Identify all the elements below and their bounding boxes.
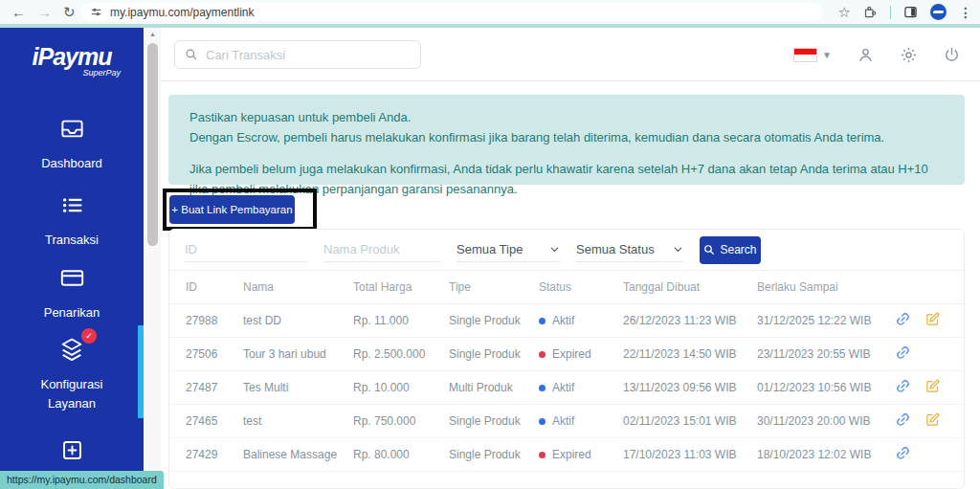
sidebar-item-label: Dashboard bbox=[0, 154, 144, 173]
escrow-info-banner: Pastikan kepuasan untuk pembeli Anda. De… bbox=[168, 95, 965, 185]
filter-id-input[interactable] bbox=[185, 237, 307, 262]
cell-dibuat: 26/12/2023 11:23 WIB bbox=[623, 303, 757, 337]
col-header-berlaku-sampai: Berlaku Sampai bbox=[757, 271, 896, 303]
search-input[interactable] bbox=[206, 48, 397, 62]
power-icon[interactable] bbox=[943, 46, 961, 64]
status-dot bbox=[539, 351, 546, 358]
edit-icon[interactable] bbox=[925, 379, 940, 396]
col-header-tipe: Tipe bbox=[449, 271, 539, 303]
language-selector[interactable]: ▼ bbox=[793, 48, 832, 62]
cell-id: 27429 bbox=[169, 437, 243, 471]
table-row: 27465 test Rp. 750.000 Single Produk Akt… bbox=[169, 404, 964, 437]
copy-link-icon[interactable] bbox=[896, 412, 910, 430]
transaction-search[interactable] bbox=[174, 40, 421, 69]
browser-profile-avatar[interactable] bbox=[930, 4, 947, 20]
site-settings-icon[interactable] bbox=[90, 6, 102, 18]
status-select-value: Semua Status bbox=[576, 242, 655, 256]
cell-nama: Balinese Massage bbox=[243, 437, 353, 471]
scroll-up-icon[interactable]: ▲ bbox=[145, 28, 161, 41]
cell-dibuat: 22/11/2023 14:50 WIB bbox=[623, 337, 757, 370]
table-row: 27429 Balinese Massage Rp. 80.000 Single… bbox=[169, 437, 964, 471]
search-icon bbox=[185, 48, 198, 61]
table-row: 27506 Tour 3 hari ubud Rp. 2.500.000 Sin… bbox=[169, 337, 964, 370]
sidebar-item-penarikan[interactable]: Penarikan bbox=[0, 265, 144, 322]
active-item-indicator bbox=[138, 325, 144, 418]
search-button[interactable]: Search bbox=[700, 236, 761, 264]
sidebar-item-konfigurasi-layanan[interactable]: ✓ Konfigurasi Layanan bbox=[0, 336, 144, 413]
inbox-icon bbox=[59, 116, 85, 145]
extensions-icon[interactable] bbox=[863, 5, 878, 19]
status-dot bbox=[539, 418, 546, 425]
reload-icon[interactable]: ↻ bbox=[63, 4, 76, 21]
brand-logo[interactable]: iPaymu SuperPay bbox=[0, 43, 144, 78]
cell-nama: test bbox=[243, 404, 353, 437]
address-bar[interactable]: my.ipaymu.com/paymentlink bbox=[80, 3, 823, 21]
notification-badge: ✓ bbox=[81, 328, 97, 344]
back-icon[interactable]: ← bbox=[11, 4, 26, 20]
filter-status-select[interactable]: Semua Status bbox=[576, 237, 683, 262]
sidebar-item-transaksi[interactable]: Transaksi bbox=[0, 192, 144, 250]
banner-line-1: Pastikan kepuasan untuk pembeli Anda. bbox=[189, 110, 411, 124]
header-actions: ▼ bbox=[793, 28, 961, 81]
cell-id: 27487 bbox=[169, 370, 243, 404]
filter-bar: Semua Tipe Semua Status bbox=[169, 230, 964, 271]
col-header-tanggal-dibuat: Tanggal Dibuat bbox=[623, 271, 757, 303]
cell-actions bbox=[896, 337, 964, 370]
cell-actions bbox=[896, 303, 964, 337]
status-label: Aktif bbox=[552, 381, 574, 394]
edit-icon[interactable] bbox=[925, 412, 940, 430]
sidebar: iPaymu SuperPay Dashboard bbox=[0, 28, 144, 489]
sidebar-item-label: Penarikan bbox=[0, 303, 144, 322]
browser-menu-icon[interactable]: ⋮ bbox=[959, 6, 972, 19]
table-header-row: ID Nama Total Harga Tipe Status Tanggal … bbox=[169, 271, 964, 303]
cell-sampai: 30/11/2023 20:00 WIB bbox=[757, 404, 896, 437]
cell-dibuat: 17/10/2023 11:03 WIB bbox=[623, 437, 757, 471]
cell-status: Expired bbox=[539, 337, 623, 370]
status-dot bbox=[539, 318, 546, 324]
chevron-down-icon: ▼ bbox=[822, 50, 832, 60]
cell-tipe: Single Produk bbox=[449, 404, 539, 437]
card-icon bbox=[59, 265, 85, 295]
scrollbar-thumb[interactable] bbox=[147, 43, 158, 246]
url-text[interactable]: my.ipaymu.com/paymentlink bbox=[110, 6, 255, 19]
forward-icon[interactable]: → bbox=[37, 4, 52, 20]
cell-status: Expired bbox=[539, 437, 623, 471]
bookmark-star-icon[interactable]: ☆ bbox=[838, 5, 851, 19]
header-bar: ▼ bbox=[161, 28, 980, 81]
filter-product-name-input[interactable] bbox=[323, 237, 440, 262]
cell-harga: Rp. 80.000 bbox=[353, 437, 449, 471]
status-label: Aktif bbox=[552, 414, 574, 428]
create-payment-link-button[interactable]: + Buat Link Pembayaran bbox=[169, 195, 295, 224]
screen: ← → ↻ my.ipaymu.com/paymentlink ☆ bbox=[0, 0, 980, 489]
cell-id: 27465 bbox=[169, 404, 243, 437]
main-content: ▼ bbox=[161, 28, 980, 489]
copy-link-icon[interactable] bbox=[896, 312, 910, 329]
copy-link-icon[interactable] bbox=[896, 345, 910, 363]
payment-links-table: ID Nama Total Harga Tipe Status Tanggal … bbox=[169, 271, 964, 472]
side-panel-icon[interactable] bbox=[903, 5, 918, 19]
cell-dibuat: 02/11/2023 15:01 WIB bbox=[623, 404, 757, 437]
status-label: Expired bbox=[552, 347, 591, 361]
cell-tipe: Single Produk bbox=[449, 337, 539, 370]
edit-icon[interactable] bbox=[925, 312, 940, 329]
indonesia-flag-icon bbox=[793, 48, 817, 62]
status-dot bbox=[539, 385, 546, 391]
toolbar-divider bbox=[890, 6, 891, 19]
vertical-scrollbar[interactable]: ▲ ▼ bbox=[145, 28, 161, 489]
filter-type-select[interactable]: Semua Tipe bbox=[457, 237, 560, 262]
gear-icon[interactable] bbox=[900, 46, 918, 64]
sidebar-item-dashboard[interactable]: Dashboard bbox=[0, 116, 144, 173]
cell-sampai: 01/12/2023 10:56 WIB bbox=[757, 370, 896, 404]
payment-links-card: Semua Tipe Semua Status bbox=[168, 229, 965, 489]
cell-id: 27506 bbox=[169, 337, 243, 370]
copy-link-icon[interactable] bbox=[896, 446, 910, 463]
col-header-id: ID bbox=[169, 271, 243, 303]
col-header-actions bbox=[896, 271, 964, 303]
copy-link-icon[interactable] bbox=[896, 379, 910, 396]
cell-tipe: Single Produk bbox=[449, 437, 539, 471]
user-icon[interactable] bbox=[857, 46, 875, 64]
browser-actions: ☆ ⋮ bbox=[838, 0, 972, 24]
link-preview-tooltip: https://my.ipaymu.com/dashboard bbox=[0, 471, 164, 489]
logo-text: iPaymu bbox=[0, 43, 144, 71]
cell-actions bbox=[896, 370, 964, 404]
